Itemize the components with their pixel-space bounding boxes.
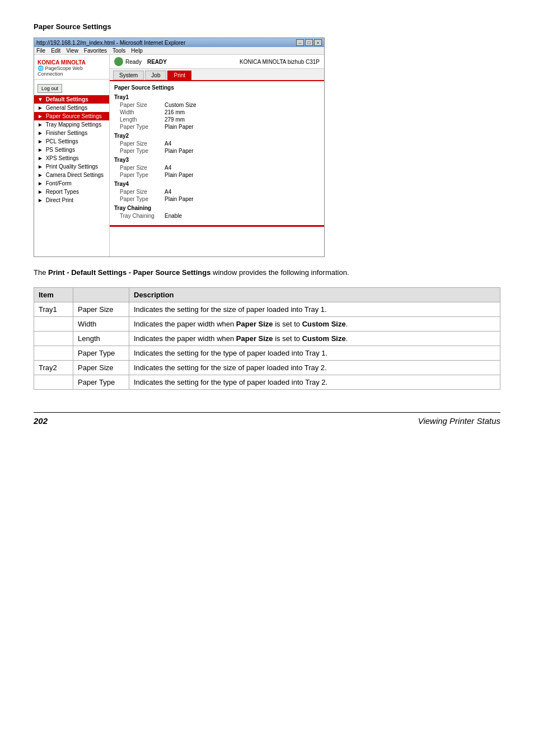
tray2-paper-type-row: Paper Type Plain Paper [114,147,320,155]
sidebar-item-paper-source-settings[interactable]: ► Paper Source Settings [34,112,109,120]
tray4-paper-size-value: A4 [165,189,171,195]
minimize-button[interactable]: – [296,39,304,46]
sidebar-item-font-form[interactable]: ► Font/Form [34,179,109,188]
page-wrapper: Paper Source Settings http://192.168.1.2… [0,0,534,448]
tray2-paper-type-label: Paper Type [120,148,165,154]
menu-view[interactable]: View [66,48,78,54]
table-cell-desc: Indicates the setting for the type of pa… [129,375,500,389]
sidebar-item-ps[interactable]: ► PS Settings [34,146,109,154]
tray4-paper-size-row: Paper Size A4 [114,188,320,195]
tray3-paper-type-value: Plain Paper [165,172,194,178]
content-title: Paper Source Settings [114,85,320,91]
table-row: Tray1 Paper Size Indicates the setting f… [34,302,500,316]
table-cell-desc: Indicates the setting for the size of pa… [129,302,500,316]
tray1-width-row: Width 216 mm [114,109,320,116]
table-row: Paper Type Indicates the setting for the… [34,346,500,360]
browser-titlebar: http://192.168.1.2/m_index.html - Micros… [34,38,324,47]
tray-chaining-value: Enable [165,213,182,219]
table-cell-sub: Paper Type [73,375,129,389]
tray-chaining-row: Tray Chaining Enable [114,212,320,220]
table-cell-item [34,316,73,331]
printer-header: Ready READY KONICA MINOLTA bizhub C31P [110,55,324,69]
logout-button[interactable]: Log out [38,84,62,93]
table-cell-desc: Indicates the setting for the type of pa… [129,346,500,360]
footer-page-number: 202 [34,416,48,426]
sidebar-item-report-types[interactable]: ► Report Types [34,188,109,196]
table-cell-sub: Paper Size [73,302,129,316]
sidebar-item-xps[interactable]: ► XPS Settings [34,154,109,162]
table-cell-sub: Width [73,316,129,331]
ready-text: Ready [125,59,142,65]
sidebar-item-tray-mapping[interactable]: ► Tray Mapping Settings [34,120,109,129]
section-heading: Paper Source Settings [34,22,500,31]
page-footer: 202 Viewing Printer Status [34,412,500,426]
sidebar-item-general-settings[interactable]: ► General Settings [34,104,109,112]
table-row: Length Indicates the paper width when Pa… [34,331,500,346]
tray1-heading: Tray1 [114,94,320,100]
footer-section-title: Viewing Printer Status [418,416,500,426]
tray-chaining-heading: Tray Chaining [114,205,320,211]
tab-print[interactable]: Print [167,71,191,80]
tray2-paper-size-value: A4 [165,141,171,147]
table-row: Width Indicates the paper width when Pap… [34,316,500,331]
sidebar-item-direct-print[interactable]: ► Direct Print [34,196,109,204]
sidebar-item-finisher[interactable]: ► Finisher Settings [34,129,109,137]
sidebar-item-default-settings[interactable]: ▼ Default Settings [34,95,109,104]
ready-label: READY [147,59,167,65]
table-cell-item [34,331,73,346]
browser-content: KONICA MINOLTA 🌐 PageScope Web Connectio… [34,55,324,256]
menu-file[interactable]: File [36,48,45,54]
tray2-paper-size-row: Paper Size A4 [114,140,320,147]
tray-chaining-label: Tray Chaining [120,213,165,219]
tab-bar: System Job Print [110,69,324,81]
table-cell-sub: Paper Type [73,346,129,360]
table-cell-sub: Length [73,331,129,346]
red-accent-line [110,225,324,227]
tab-job[interactable]: Job [145,71,166,80]
menu-help[interactable]: Help [131,48,143,54]
table-row: Paper Type Indicates the setting for the… [34,375,500,389]
close-button[interactable]: × [314,39,322,46]
pagescope-logo: 🌐 PageScope Web Connection [38,66,106,77]
window-controls: – □ × [296,39,322,46]
table-cell-item: Tray2 [34,360,73,375]
tray3-paper-size-label: Paper Size [120,165,165,171]
browser-menubar: File Edit View Favorites Tools Help [34,47,324,55]
table-row: Tray2 Paper Size Indicates the setting f… [34,360,500,375]
tray1-paper-size-row: Paper Size Custom Size [114,101,320,109]
tray1-paper-type-label: Paper Type [120,124,165,130]
printer-main: Ready READY KONICA MINOLTA bizhub C31P S… [110,55,324,256]
tray2-paper-size-label: Paper Size [120,141,165,147]
device-name: KONICA MINOLTA bizhub C31P [240,59,320,65]
sidebar-item-pcl[interactable]: ► PCL Settings [34,137,109,146]
tab-system[interactable]: System [113,71,144,80]
tray3-paper-type-label: Paper Type [120,172,165,178]
menu-tools[interactable]: Tools [113,48,125,54]
table-cell-desc: Indicates the paper width when Paper Siz… [129,316,500,331]
table-header-description: Description [129,287,500,302]
menu-edit[interactable]: Edit [51,48,60,54]
tray1-length-value: 279 mm [165,116,185,123]
tray4-paper-size-label: Paper Size [120,189,165,195]
table-header-item: Item [34,287,73,302]
tray1-paper-size-value: Custom Size [165,102,196,108]
tray1-paper-size-label: Paper Size [120,102,165,108]
table-cell-item [34,346,73,360]
tray4-paper-type-row: Paper Type Plain Paper [114,195,320,203]
tray3-heading: Tray3 [114,157,320,163]
tray1-width-label: Width [120,109,165,115]
description-text: The Print - Default Settings - Paper Sou… [34,267,500,278]
maximize-button[interactable]: □ [305,39,313,46]
content-area: Paper Source Settings Tray1 Paper Size C… [110,81,324,223]
tray1-length-label: Length [120,116,165,123]
info-table: Item Description Tray1 Paper Size Indica… [34,287,500,390]
browser-title: http://192.168.1.2/m_index.html - Micros… [36,40,185,46]
menu-favorites[interactable]: Favorites [84,48,107,54]
sidebar-item-print-quality[interactable]: ► Print Quality Settings [34,162,109,171]
tray2-heading: Tray2 [114,133,320,139]
tray3-paper-size-row: Paper Size A4 [114,164,320,171]
table-cell-desc: Indicates the setting for the size of pa… [129,360,500,375]
sidebar-item-camera-direct[interactable]: ► Camera Direct Settings [34,171,109,179]
browser-window: http://192.168.1.2/m_index.html - Micros… [34,38,325,257]
tray4-heading: Tray4 [114,181,320,187]
